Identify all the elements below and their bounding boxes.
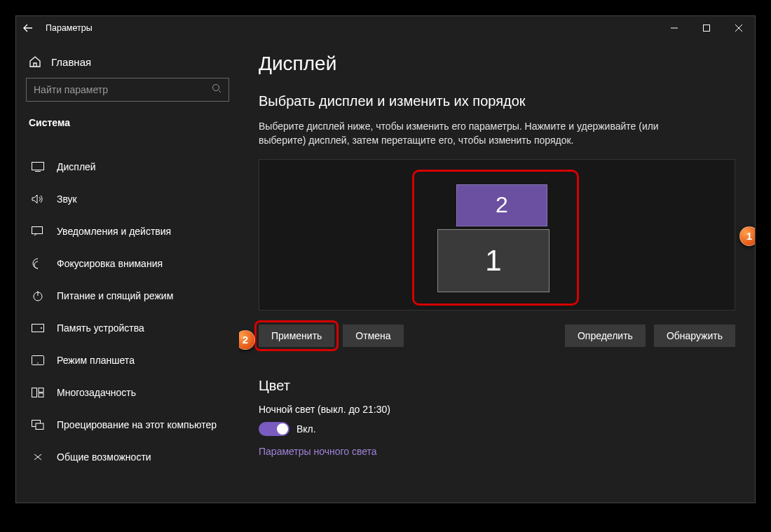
sidebar-item-notifications[interactable]: Уведомления и действия (26, 215, 229, 247)
window-title: Параметры (46, 23, 93, 33)
display-arrange-area[interactable]: 2 1 1 (259, 159, 735, 311)
power-icon (32, 289, 44, 302)
svg-rect-6 (32, 163, 44, 170)
arrow-left-icon (23, 23, 33, 33)
svg-rect-16 (39, 388, 43, 393)
search-box[interactable] (26, 78, 229, 102)
sidebar-item-label: Дисплей (57, 161, 96, 172)
settings-window: Параметры Главная Система Дисплей (15, 15, 756, 503)
titlebar: Параметры (16, 16, 755, 40)
tablet-icon (32, 354, 44, 367)
section-arrange-title: Выбрать дисплеи и изменить их порядок (259, 93, 735, 109)
storage-icon (32, 322, 44, 334)
sidebar-item-label: Многозадачность (57, 387, 136, 398)
svg-rect-1 (704, 25, 710, 32)
toggle-knob (277, 423, 288, 435)
svg-rect-15 (32, 388, 37, 397)
svg-point-4 (213, 85, 219, 91)
svg-point-14 (37, 362, 39, 364)
sidebar-item-shared[interactable]: Общие возможности (26, 441, 229, 473)
sidebar-item-sound[interactable]: Звук (26, 183, 229, 215)
monitor-1[interactable]: 1 (437, 229, 550, 292)
svg-rect-19 (36, 423, 43, 430)
sidebar-item-label: Звук (57, 193, 77, 205)
sidebar-item-power[interactable]: Питание и спящий режим (26, 280, 229, 312)
back-button[interactable] (16, 16, 40, 40)
sound-icon (32, 193, 44, 205)
sidebar-section-label: Система (26, 117, 229, 135)
annotation-badge-2: 2 (239, 330, 255, 350)
night-light-settings-link[interactable]: Параметры ночного света (259, 446, 735, 457)
svg-rect-17 (39, 393, 43, 397)
monitor-2[interactable]: 2 (456, 184, 547, 226)
svg-point-12 (41, 327, 42, 329)
sidebar-item-storage[interactable]: Память устройства (26, 312, 229, 344)
detect-button[interactable]: Обнаружить (654, 325, 735, 347)
sidebar-item-display[interactable]: Дисплей (26, 151, 229, 183)
night-light-toggle[interactable]: Вкл. (259, 422, 735, 436)
sidebar-home-label: Главная (51, 56, 91, 68)
sidebar-item-label: Общие возможности (57, 451, 151, 463)
search-icon (212, 83, 221, 96)
sidebar-list: Дисплей Звук Уведомления и действия Фоку… (26, 151, 229, 473)
sidebar-item-multitask[interactable]: Многозадачность (26, 376, 229, 409)
sidebar-item-label: Фокусировка внимания (57, 258, 163, 269)
home-icon (29, 55, 41, 68)
multitask-icon (32, 386, 44, 399)
notifications-icon (32, 225, 44, 238)
identify-button[interactable]: Определить (565, 325, 646, 347)
apply-button[interactable]: Применить (259, 325, 334, 347)
sidebar-item-label: Память устройства (57, 322, 144, 334)
sidebar-item-label: Питание и спящий режим (57, 290, 173, 301)
sidebar-item-focus[interactable]: Фокусировка внимания (26, 247, 229, 280)
sidebar-item-tablet[interactable]: Режим планшета (26, 344, 229, 376)
sidebar-item-label: Уведомления и действия (57, 226, 171, 237)
annotation-badge-1: 1 (739, 226, 755, 246)
shared-icon (32, 451, 44, 463)
sidebar-item-label: Режим планшета (57, 355, 135, 366)
cancel-button[interactable]: Отмена (343, 325, 403, 347)
main-pane: Дисплей Выбрать дисплеи и изменить их по… (239, 40, 755, 503)
page-title: Дисплей (259, 53, 735, 75)
svg-line-5 (219, 90, 221, 93)
sidebar-item-label: Проецирование на этот компьютер (57, 419, 217, 430)
display-icon (32, 161, 44, 173)
minimize-button[interactable] (658, 16, 690, 40)
focus-icon (32, 257, 44, 270)
maximize-button[interactable] (690, 16, 723, 40)
project-icon (32, 418, 44, 431)
search-input[interactable] (34, 84, 212, 95)
sidebar: Главная Система Дисплей Звук Уведомле (16, 40, 239, 503)
sidebar-item-project[interactable]: Проецирование на этот компьютер (26, 409, 229, 441)
toggle-state-label: Вкл. (296, 423, 316, 435)
section-arrange-desc: Выберите дисплей ниже, чтобы изменить ег… (259, 119, 707, 148)
close-button[interactable] (723, 16, 755, 40)
sidebar-home[interactable]: Главная (26, 50, 229, 78)
arrange-button-row: Применить 2 Отмена Определить Обнаружить (259, 325, 735, 347)
toggle-track (259, 422, 289, 436)
night-light-label: Ночной свет (выкл. до 21:30) (259, 404, 735, 415)
window-controls (658, 16, 755, 40)
section-color-title: Цвет (259, 378, 735, 394)
svg-rect-8 (32, 227, 43, 234)
